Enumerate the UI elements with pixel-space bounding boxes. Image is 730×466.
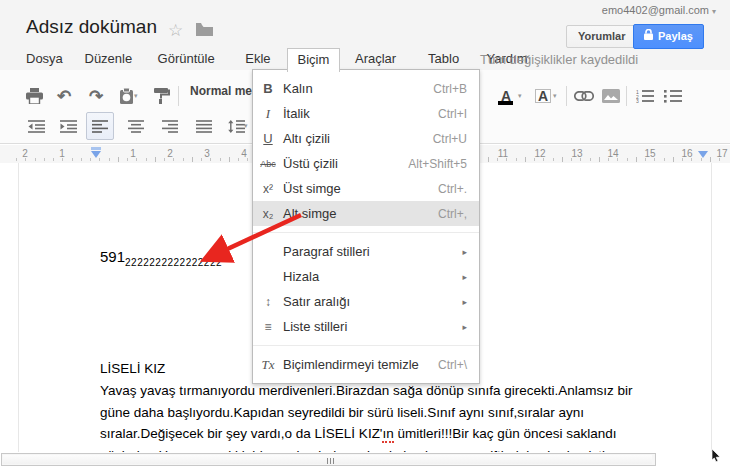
ruler-tick xyxy=(35,158,36,161)
first-line-indent-marker[interactable] xyxy=(91,147,101,150)
insert-image-icon[interactable] xyxy=(599,84,623,108)
clipboard-dropdown-icon[interactable]: ▾ xyxy=(134,92,138,100)
document-title[interactable]: Adsız doküman xyxy=(26,16,157,38)
ruler-tick xyxy=(247,158,248,161)
menu-item-üst-simge[interactable]: x²Üst simgeCtrl+. xyxy=(253,176,479,201)
ruler-tick xyxy=(664,158,665,161)
menu-item-i-talik[interactable]: IİtalikCtrl+I xyxy=(253,101,479,126)
comments-button[interactable]: Yorumlar xyxy=(566,25,637,48)
ruler-number: 2 xyxy=(22,148,28,159)
ruler-tick xyxy=(710,157,711,162)
text-color-dropdown-icon[interactable]: ▾ xyxy=(518,92,522,100)
insert-link-icon[interactable] xyxy=(572,84,596,108)
menu-item-liste-stilleri[interactable]: ≡Liste stilleri▸ xyxy=(253,314,479,339)
text-color-icon[interactable]: A xyxy=(494,84,518,108)
numbered-list-icon[interactable]: 123 xyxy=(633,84,657,108)
ruler-tick xyxy=(90,158,91,161)
paint-format-icon[interactable] xyxy=(150,84,174,108)
star-icon[interactable]: ☆ xyxy=(168,20,183,41)
outdent-icon[interactable] xyxy=(24,114,48,138)
ruler-tick xyxy=(599,157,600,162)
indent-icon[interactable] xyxy=(56,114,80,138)
ruler-tick xyxy=(155,157,156,162)
scrollbar-thumb[interactable] xyxy=(3,455,652,464)
toolbar-separator xyxy=(626,86,627,106)
ruler-tick xyxy=(488,157,489,162)
lock-icon xyxy=(644,25,653,48)
ruler-tick xyxy=(164,158,165,161)
left-indent-marker[interactable] xyxy=(91,151,101,158)
doc-line[interactable]: sıralar.Değişecek bir şey vardı,o da LİS… xyxy=(100,426,617,441)
menu-item-label: Hizala xyxy=(283,269,462,284)
menu-item-label: Alt simge xyxy=(283,206,438,221)
menu-item-label: Biçimlendirmeyi temizle xyxy=(283,357,438,372)
menu-item-label: Kalın xyxy=(283,81,433,96)
menu-tab-düzenle[interactable]: Düzenle xyxy=(75,48,143,70)
ruler-tick xyxy=(701,158,702,161)
doc-line[interactable]: Yavaş yavaş tırmanıyordu merdivenleri.Bi… xyxy=(100,383,633,398)
scrollbar-track[interactable] xyxy=(1,453,656,466)
bold-icon: B xyxy=(253,81,283,96)
folder-icon[interactable] xyxy=(196,22,213,40)
ruler-number: 14 xyxy=(607,148,618,159)
menu-item-label: Üstü çizili xyxy=(283,156,408,171)
align-left-button[interactable] xyxy=(86,112,114,140)
menu-item-label: Paragraf stilleri xyxy=(283,244,462,259)
right-indent-marker[interactable] xyxy=(698,151,708,158)
text-color-bar xyxy=(498,101,513,105)
redo-icon[interactable]: ↷ xyxy=(84,84,108,108)
menu-item-biçimlendirmeyi-temizle[interactable]: TxBiçimlendirmeyi temizleCtrl+\ xyxy=(253,352,479,377)
undo-icon[interactable]: ↶ xyxy=(52,84,76,108)
menu-item-alt-simge[interactable]: x₂Alt simgeCtrl+, xyxy=(253,201,479,226)
menu-tab-görüntüle[interactable]: Görüntüle xyxy=(148,48,225,70)
ruler-tick xyxy=(636,157,637,162)
menu-item-altı-çizili[interactable]: UAltı çiziliCtrl+U xyxy=(253,126,479,151)
horizontal-scrollbar xyxy=(0,452,730,466)
ruler-tick xyxy=(109,158,110,161)
menu-item-satır-aralığı[interactable]: ↕Satır aralığı▸ xyxy=(253,289,479,314)
bulleted-list-icon[interactable] xyxy=(661,84,685,108)
menu-item-üstü-çizili[interactable]: AbcÜstü çiziliAlt+Shift+5 xyxy=(253,151,479,176)
account-email-text: emo4402@gmail.com xyxy=(602,4,709,16)
ruler-number: 1 xyxy=(59,148,65,159)
align-right-button[interactable] xyxy=(158,114,182,138)
align-justify-button[interactable] xyxy=(192,114,216,138)
menu-item-paragraf-stilleri[interactable]: Paragraf stilleri▸ xyxy=(253,239,479,264)
menu-tab-biçim[interactable]: Biçim xyxy=(287,48,341,72)
menu-tab-tablo[interactable]: Tablo xyxy=(418,48,469,70)
ruler-tick xyxy=(118,157,119,162)
menu-tab-ekle[interactable]: Ekle xyxy=(235,48,280,70)
menu-shortcut: Ctrl+\ xyxy=(438,358,479,372)
menu-separator xyxy=(253,232,479,233)
page-left-edge xyxy=(18,163,19,452)
print-icon[interactable] xyxy=(22,84,46,108)
ruler-number: 3 xyxy=(204,148,210,159)
doc-number-base: 591 xyxy=(100,248,125,265)
doc-line[interactable]: güne daha başlıyordu.Kapıdan seyredildi … xyxy=(100,405,584,420)
ruler-tick xyxy=(99,158,100,161)
menu-item-label: Altı çizili xyxy=(283,131,433,146)
toolbar-separator xyxy=(566,86,567,106)
doc-number-line[interactable]: 5912222222222222222 xyxy=(100,248,222,268)
line-spacing-dropdown-icon[interactable]: ▾ xyxy=(244,122,248,130)
menu-shortcut: Ctrl+. xyxy=(438,182,479,196)
submenu-arrow-icon: ▸ xyxy=(462,297,479,307)
highlight-color-icon[interactable]: A xyxy=(531,84,555,108)
menu-shortcut: Ctrl+U xyxy=(433,132,479,146)
menu-tab-dosya[interactable]: Dosya xyxy=(16,48,73,70)
italic-icon: I xyxy=(253,106,283,122)
account-dropdown-icon: ▾ xyxy=(712,7,716,16)
account-email[interactable]: emo4402@gmail.com▾ xyxy=(602,4,716,16)
menu-tab-araçlar[interactable]: Araçlar xyxy=(345,48,406,70)
menu-item-hizala[interactable]: Hizala▸ xyxy=(253,264,479,289)
ruler-tick xyxy=(590,158,591,161)
ruler-number: 13 xyxy=(571,148,582,159)
share-button[interactable]: Paylaş xyxy=(633,24,704,49)
ruler-tick xyxy=(516,158,517,161)
ruler-tick xyxy=(220,158,221,161)
highlight-dropdown-icon[interactable]: ▾ xyxy=(553,92,557,100)
ruler-tick xyxy=(146,158,147,161)
doc-heading[interactable]: LİSELİ KIZ xyxy=(100,361,165,376)
align-center-button[interactable] xyxy=(124,114,148,138)
menu-item-kalın[interactable]: BKalınCtrl+B xyxy=(253,76,479,101)
